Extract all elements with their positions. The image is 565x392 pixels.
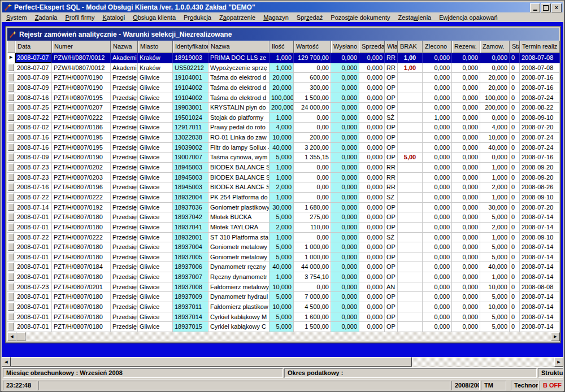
table-row[interactable]: 2008-07-22PZT/H/0807/0222PrzedsiębGliwic… <box>7 113 560 123</box>
row-button[interactable] <box>8 273 14 281</box>
column-header-nazwa[interactable]: Nazwa <box>111 41 138 53</box>
row-selector-button[interactable] <box>7 182 15 193</box>
row-button[interactable] <box>8 163 14 171</box>
table-row[interactable]: 2008-07-01PZT/H/0807/0180PrzedsiębGliwic… <box>7 272 560 282</box>
row-button[interactable] <box>8 84 14 92</box>
child-title-bar[interactable]: Rejestr zamówień analitycznie - Warunki … <box>7 28 559 41</box>
table-row[interactable]: 2008-07-09PZT/H/0807/0190PrzedsiębGliwic… <box>7 153 560 163</box>
row-selector-button[interactable] <box>7 252 15 263</box>
row-button[interactable] <box>8 143 14 151</box>
mdi-horizontal-scrollbar[interactable]: ◀ ▶ <box>2 357 563 367</box>
row-button[interactable] <box>8 183 14 191</box>
table-row[interactable]: 2008-07-16PZT/H/0807/0195PrzedsiębGliwic… <box>7 93 560 103</box>
table-row[interactable]: 2008-07-16PZT/H/0807/0195PrzedsiębGliwic… <box>7 133 560 143</box>
table-row[interactable]: 2008-07-23PZT/H/0807/0203PrzedsiębGliwic… <box>7 173 560 183</box>
scroll-right-arrow-icon[interactable]: ▶ <box>551 332 560 341</box>
table-row[interactable]: 2008-07-01PZT/H/0807/0180PrzedsiębGliwic… <box>7 223 560 233</box>
row-selector-button[interactable] <box>7 262 15 272</box>
row-selector-button[interactable] <box>7 153 15 163</box>
title-bar[interactable]: Perfect-Ekspert SQL - Moduł Obsługi Klie… <box>2 2 563 12</box>
column-header-miasto[interactable]: Miasto <box>138 41 173 53</box>
table-row[interactable]: 2008-07-23PZT/H/0807/0201PrzedsiębGliwic… <box>7 282 560 293</box>
column-header-termin[interactable]: Termin realiz <box>520 41 560 53</box>
column-header-sta[interactable]: Sta <box>510 41 520 53</box>
table-row[interactable]: 2008-07-01PZT/H/0807/0184PrzedsiębGliwic… <box>7 262 560 272</box>
table-row[interactable]: 2008-07-25PZT/H/0807/0207PrzedsiębGliwic… <box>7 103 560 113</box>
table-row[interactable]: 2008-07-01PZT/H/0807/0180PrzedsiębGliwic… <box>7 312 560 323</box>
row-button[interactable] <box>8 283 14 291</box>
minimize-button[interactable] <box>530 3 540 12</box>
row-button[interactable] <box>8 253 14 261</box>
row-button[interactable] <box>8 153 14 161</box>
row-button[interactable] <box>8 243 14 251</box>
row-button[interactable] <box>8 313 14 321</box>
column-header-ilosc[interactable]: Ilość <box>270 41 294 53</box>
table-row[interactable]: 2008-07-22PZT/H/0807/0222PrzedsiębGliwic… <box>7 233 560 243</box>
scrollbar-track[interactable] <box>25 332 551 341</box>
row-button[interactable] <box>8 123 14 131</box>
column-header-zamow[interactable]: Zamow. <box>480 41 510 53</box>
row-button[interactable] <box>8 263 14 271</box>
close-button[interactable]: × <box>551 3 562 12</box>
table-row[interactable]: 2008-07-01PZT/H/0807/0180PrzedsiębGliwic… <box>7 322 560 332</box>
column-header-zlecono[interactable]: Zlecono <box>423 41 452 53</box>
row-selector-button[interactable] <box>7 73 15 83</box>
scrollbar-thumb[interactable] <box>11 357 412 367</box>
table-row[interactable]: 2008-07-23PZT/H/0807/0202PrzedsiębGliwic… <box>7 163 560 173</box>
menu-item-zadania[interactable]: Zadania <box>31 14 62 21</box>
column-header-wla[interactable]: Wła <box>385 41 398 53</box>
row-selector-button[interactable] <box>7 212 15 223</box>
menu-item-sprzeda-[interactable]: Sprzedaż <box>293 14 327 21</box>
table-row[interactable]: 2008-07-09PZT/H/0807/0190PrzedsiębGliwic… <box>7 83 560 93</box>
table-row[interactable]: 2008-07-22PZT/H/0807/0222PrzedsiębGliwic… <box>7 193 560 203</box>
table-row[interactable]: 2008-07-14PZT/H/0807/0192PrzedsiębGliwic… <box>7 203 560 213</box>
table-row[interactable]: 2008-07-01PZT/H/0807/0180PrzedsiębGliwic… <box>7 302 560 312</box>
row-selector-button[interactable] <box>7 103 15 113</box>
row-button[interactable] <box>8 323 14 330</box>
table-row[interactable]: 2008-07-16PZT/H/0807/0196PrzedsiębGliwic… <box>7 182 560 193</box>
row-button[interactable] <box>8 203 14 211</box>
row-selector-button[interactable] <box>7 282 15 293</box>
row-selector-button[interactable] <box>7 93 15 103</box>
row-selector-button[interactable] <box>7 173 15 183</box>
scroll-left-arrow-icon[interactable]: ◀ <box>7 332 16 341</box>
row-button[interactable] <box>8 293 14 300</box>
row-button[interactable] <box>8 213 14 221</box>
row-selector-button[interactable] <box>7 322 15 332</box>
menu-item-katalogi[interactable]: Katalogi <box>98 14 129 21</box>
menu-item-obs-uga-klienta[interactable]: Obsługa klienta <box>129 14 180 21</box>
table-row[interactable]: 2008-07-01PZT/H/0807/0180PrzedsiębGliwic… <box>7 252 560 263</box>
menu-item-produkcja[interactable]: Produkcja <box>180 14 215 21</box>
row-selector-button[interactable] <box>7 272 15 282</box>
table-row[interactable]: 2008-07-01PZT/H/0807/0180PrzedsiębGliwic… <box>7 242 560 252</box>
table-row[interactable]: 2008-07-16PZT/H/0807/0195PrzedsiębGliwic… <box>7 143 560 153</box>
table-row[interactable]: 2008-07-07PZW/H/0807/0012AkademiKrakówUS… <box>7 63 560 73</box>
column-header-data[interactable]: Data <box>15 41 52 53</box>
scrollbar-thumb[interactable] <box>16 332 25 341</box>
menu-item-magazyn[interactable]: Magazyn <box>259 14 293 21</box>
table-row[interactable]: 2008-07-09PZT/H/0807/0190PrzedsiębGliwic… <box>7 73 560 83</box>
row-selector-button[interactable] <box>7 63 15 73</box>
row-selector-button[interactable] <box>7 113 15 123</box>
row-selector-button[interactable] <box>7 242 15 252</box>
row-button[interactable] <box>8 94 14 102</box>
row-button[interactable] <box>8 114 14 121</box>
menu-item-ewidencja-opakowa-[interactable]: Ewidencja opakowań <box>435 14 501 21</box>
column-header-identyfikator[interactable]: Identyfikator <box>173 41 208 53</box>
maximize-button[interactable] <box>541 3 551 12</box>
table-row[interactable]: 2008-07-01PZT/H/0807/0180PrzedsiębGliwic… <box>7 212 560 223</box>
row-button[interactable] <box>8 133 14 141</box>
row-button[interactable] <box>8 103 14 111</box>
grid-horizontal-scrollbar[interactable]: ◀ ▶ <box>7 332 560 341</box>
row-button[interactable] <box>8 73 14 81</box>
row-selector-button[interactable] <box>7 193 15 203</box>
menu-item-profil-firmy[interactable]: Profil firmy <box>61 14 98 21</box>
row-button[interactable] <box>8 64 14 72</box>
row-selector-button[interactable] <box>7 143 15 153</box>
menu-item-pozosta-e-dokumenty[interactable]: Pozostałe dokumenty <box>327 14 394 21</box>
row-button[interactable] <box>8 173 14 181</box>
row-button[interactable] <box>8 233 14 241</box>
row-selector-button[interactable] <box>7 133 15 143</box>
row-selector-button[interactable] <box>7 163 15 173</box>
row-button[interactable] <box>8 303 14 311</box>
